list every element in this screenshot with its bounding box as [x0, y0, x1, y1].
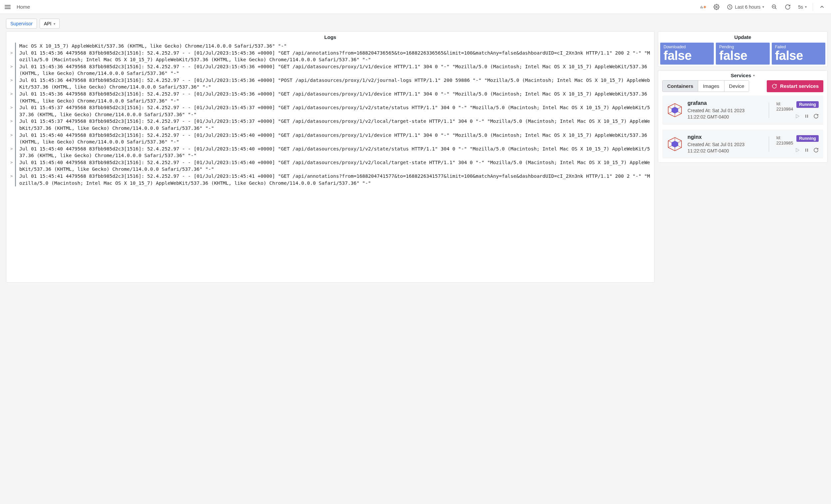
service-id: Id:2210984: [776, 101, 793, 112]
clock-icon: [727, 4, 733, 10]
expand-caret-icon[interactable]: >: [10, 132, 15, 146]
svg-marker-13: [796, 115, 799, 118]
log-row[interactable]: >Jul 01 15:45:36 4479568 83fbb985d2c3[15…: [10, 50, 651, 63]
container-icon: [667, 136, 683, 152]
api-label: API: [44, 21, 52, 26]
service-name: nginx: [688, 134, 762, 140]
tab-device[interactable]: Device: [724, 81, 749, 92]
collapse-button[interactable]: [816, 3, 828, 11]
logs-body[interactable]: Mac OS X 10_15_7) AppleWebKit/537.36 (KH…: [6, 42, 654, 282]
update-card-value: false: [663, 49, 711, 63]
update-card-label: Failed: [775, 45, 822, 49]
log-row[interactable]: Mac OS X 10_15_7) AppleWebKit/537.36 (KH…: [10, 42, 651, 50]
log-text: Jul 01 15:45:41 4479568 83fbb985d2c3[151…: [19, 173, 651, 186]
expand-caret-icon[interactable]: >: [10, 77, 15, 91]
refresh-icon: [785, 4, 791, 10]
update-card-failed: Failed false: [772, 42, 825, 65]
expand-caret-icon[interactable]: >: [10, 104, 15, 118]
expand-caret-icon[interactable]: >: [10, 173, 15, 186]
log-row[interactable]: >Jul 01 15:45:40 4479568 83fbb985d2c3[15…: [10, 159, 651, 173]
container-icon: [667, 102, 683, 118]
expand-caret-icon[interactable]: [10, 42, 15, 50]
log-row[interactable]: >Jul 01 15:45:40 4479568 83fbb985d2c3[15…: [10, 146, 651, 159]
services-tab-group: Containers Images Device: [662, 80, 749, 92]
refresh-interval-label: 5s: [798, 4, 803, 10]
restart-icon[interactable]: [813, 114, 819, 119]
api-dropdown[interactable]: API ▾: [39, 19, 60, 29]
restart-label: Restart services: [780, 83, 819, 89]
chevron-down-icon: ▾: [763, 5, 764, 9]
update-title: Update: [658, 32, 827, 42]
chevron-down-icon: ▾: [54, 22, 55, 26]
play-icon: [795, 114, 800, 119]
zoom-out-button[interactable]: [769, 3, 780, 11]
svg-point-3: [716, 6, 717, 8]
svg-line-7: [775, 8, 776, 9]
svg-marker-12: [671, 107, 678, 114]
log-text: Jul 01 15:45:40 4479568 83fbb985d2c3[151…: [19, 159, 651, 173]
log-text: Jul 01 15:45:40 4479568 83fbb985d2c3[151…: [19, 132, 651, 146]
service-item-nginx: nginx Created At: Sat Jul 01 2023 11:22:…: [662, 129, 823, 159]
expand-caret-icon[interactable]: >: [10, 63, 15, 77]
log-text: Jul 01 15:45:40 4479568 83fbb985d2c3[151…: [19, 146, 651, 159]
zoom-out-icon: [771, 4, 777, 10]
expand-caret-icon[interactable]: >: [10, 118, 15, 131]
refresh-interval-picker[interactable]: 5s ▾: [795, 3, 809, 11]
time-range-picker[interactable]: Last 6 hours ▾: [724, 3, 767, 11]
expand-caret-icon[interactable]: >: [10, 91, 15, 104]
expand-caret-icon[interactable]: >: [10, 146, 15, 159]
restart-icon[interactable]: [813, 147, 819, 153]
status-badge: Running: [796, 135, 819, 142]
menu-toggle-button[interactable]: [3, 4, 12, 10]
log-text: Jul 01 15:45:36 4479568 83fbb985d2c3[151…: [19, 63, 651, 77]
log-row[interactable]: >Jul 01 15:45:40 4479568 83fbb985d2c3[15…: [10, 132, 651, 146]
time-range-label: Last 6 hours: [735, 4, 761, 10]
refresh-icon: [771, 83, 777, 89]
tab-images[interactable]: Images: [698, 81, 724, 92]
variable-row: Supervisor API ▾: [0, 14, 831, 31]
expand-caret-icon[interactable]: >: [10, 159, 15, 173]
play-icon: [795, 147, 800, 153]
update-card-downloaded: Downloaded false: [660, 42, 714, 65]
tab-containers[interactable]: Containers: [662, 81, 698, 92]
log-text: Jul 01 15:45:36 4479568 83fbb985d2c3[151…: [19, 50, 651, 63]
log-text: Jul 01 15:45:37 4479568 83fbb985d2c3[151…: [19, 118, 651, 131]
svg-marker-21: [796, 148, 799, 152]
service-id: Id:2210985: [776, 135, 793, 146]
log-row[interactable]: >Jul 01 15:45:37 4479568 83fbb985d2c3[15…: [10, 104, 651, 118]
top-navbar: Home + Last 6 hours ▾: [0, 0, 831, 14]
chevron-down-icon[interactable]: ▾: [753, 73, 755, 77]
add-panel-button[interactable]: +: [697, 3, 709, 11]
status-badge: Running: [796, 101, 819, 108]
service-created: Created At: Sat Jul 01 2023 11:22:02 GMT…: [688, 142, 762, 154]
log-text: Mac OS X 10_15_7) AppleWebKit/537.36 (KH…: [19, 42, 651, 50]
log-row[interactable]: >Jul 01 15:45:41 4479568 83fbb985d2c3[15…: [10, 173, 651, 186]
log-row[interactable]: >Jul 01 15:45:36 4479568 83fbb985d2c3[15…: [10, 91, 651, 104]
gear-icon: [714, 4, 719, 10]
log-text: Jul 01 15:45:36 4479568 83fbb985d2c3[151…: [19, 91, 651, 104]
pause-icon[interactable]: [804, 147, 809, 153]
log-row[interactable]: >Jul 01 15:45:36 4479568 83fbb985d2c3[15…: [10, 77, 651, 91]
log-row[interactable]: >Jul 01 15:45:36 4479568 83fbb985d2c3[15…: [10, 63, 651, 77]
expand-caret-icon[interactable]: >: [10, 50, 15, 63]
services-panel: Services ▾ Containers Images Device Rest…: [658, 70, 828, 163]
restart-services-button[interactable]: Restart services: [767, 80, 823, 92]
update-card-label: Downloaded: [663, 45, 711, 49]
log-text: Jul 01 15:45:37 4479568 83fbb985d2c3[151…: [19, 104, 651, 118]
log-row[interactable]: >Jul 01 15:45:37 4479568 83fbb985d2c3[15…: [10, 118, 651, 131]
pause-icon[interactable]: [804, 114, 809, 119]
logs-title: Logs: [6, 32, 654, 42]
chevron-up-icon: [819, 4, 825, 10]
svg-marker-20: [671, 141, 678, 147]
chevron-down-icon: ▾: [805, 5, 807, 9]
service-item-grafana: grafana Created At: Sat Jul 01 2023 11:2…: [662, 95, 823, 125]
supervisor-button[interactable]: Supervisor: [6, 19, 37, 29]
service-name: grafana: [688, 100, 762, 106]
update-card-label: Pending: [719, 45, 766, 49]
service-created: Created At: Sat Jul 01 2023 11:22:02 GMT…: [688, 108, 762, 120]
settings-button[interactable]: [711, 3, 722, 11]
update-card-value: false: [719, 49, 766, 63]
breadcrumb-home[interactable]: Home: [17, 4, 30, 10]
refresh-button[interactable]: [782, 3, 793, 11]
supervisor-label: Supervisor: [10, 21, 33, 26]
